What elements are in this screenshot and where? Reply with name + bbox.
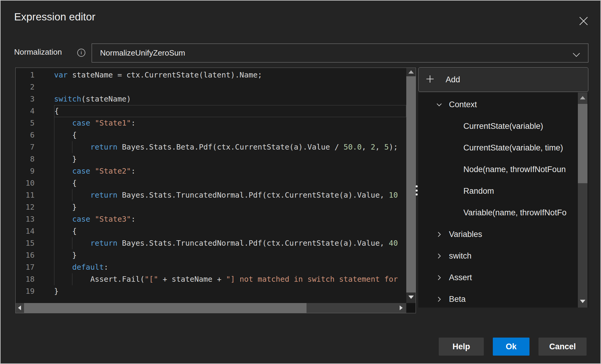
expression-editor-dialog: Expression editor Normalization i Normal… bbox=[0, 0, 601, 364]
line-number: 19 bbox=[16, 285, 50, 297]
tree-item[interactable]: CurrentState(variable) bbox=[418, 115, 578, 137]
page-title: Expression editor bbox=[14, 11, 95, 23]
chevron-right-icon[interactable] bbox=[435, 274, 443, 282]
tree-item-label: CurrentState(variable, time) bbox=[463, 143, 563, 153]
code-line[interactable]: } bbox=[54, 153, 406, 165]
tree-item-label: Assert bbox=[449, 273, 472, 282]
tree-item-label: Variables bbox=[449, 230, 482, 239]
line-number: 15 bbox=[16, 237, 50, 249]
line-number: 17 bbox=[16, 261, 50, 273]
line-number: 5 bbox=[16, 117, 50, 129]
normalization-label: Normalization bbox=[14, 47, 62, 57]
code-line[interactable]: { bbox=[54, 129, 406, 141]
code-line[interactable]: { bbox=[54, 177, 406, 189]
code-editor[interactable]: 12345678910111213141516171819 var stateN… bbox=[15, 68, 416, 313]
line-number: 7 bbox=[16, 141, 50, 153]
code-line[interactable]: switch(stateName) bbox=[54, 93, 406, 105]
code-line[interactable]: return Bayes.Stats.Beta.Pdf(ctx.CurrentS… bbox=[54, 141, 406, 153]
chevron-down-icon[interactable] bbox=[435, 101, 443, 109]
vertical-scrollbar-thumb[interactable] bbox=[406, 76, 416, 293]
ok-button-label: Ok bbox=[506, 342, 517, 351]
code-line[interactable]: return Bayes.Stats.TruncatedNormal.Pdf(c… bbox=[54, 237, 406, 249]
code-line[interactable]: case "State3": bbox=[54, 213, 406, 225]
tree-item[interactable]: Variable(name, throwIfNotFo bbox=[418, 202, 578, 223]
code-line[interactable]: return Bayes.Stats.TruncatedNormal.Pdf(c… bbox=[54, 189, 406, 201]
line-number: 4 bbox=[16, 105, 50, 117]
function-tree-panel: ContextCurrentState(variable)CurrentStat… bbox=[418, 93, 588, 308]
help-button[interactable]: Help bbox=[439, 338, 484, 356]
tree-item[interactable]: Random bbox=[418, 180, 578, 202]
code-line[interactable]: var stateName = ctx.CurrentState(latent)… bbox=[54, 69, 406, 81]
line-number: 16 bbox=[16, 249, 50, 261]
normalization-dropdown[interactable]: NormalizeUnifyZeroSum bbox=[92, 44, 588, 62]
line-number: 2 bbox=[16, 81, 50, 93]
scroll-left-icon[interactable] bbox=[18, 305, 21, 310]
code-line[interactable]: default: bbox=[54, 261, 406, 273]
code-line[interactable]: { bbox=[54, 105, 406, 117]
line-number: 3 bbox=[16, 93, 50, 105]
add-button-label: Add bbox=[446, 75, 460, 84]
code-line[interactable]: case "State1": bbox=[54, 117, 406, 129]
tree-rows: ContextCurrentState(variable)CurrentStat… bbox=[418, 94, 578, 308]
cancel-button-label: Cancel bbox=[549, 342, 576, 351]
tree-item-label: switch bbox=[449, 251, 471, 261]
code-line[interactable]: } bbox=[54, 201, 406, 213]
code-line[interactable]: } bbox=[54, 249, 406, 261]
editor-horizontal-scrollbar[interactable] bbox=[16, 303, 406, 313]
help-button-label: Help bbox=[453, 342, 470, 351]
info-icon[interactable]: i bbox=[77, 49, 85, 57]
tree-group[interactable]: Beta bbox=[418, 288, 578, 308]
close-button[interactable] bbox=[576, 14, 591, 29]
line-number: 9 bbox=[16, 165, 50, 177]
tree-item-label: Random bbox=[463, 187, 494, 196]
tree-item[interactable]: CurrentState(variable, time) bbox=[418, 137, 578, 159]
line-number: 8 bbox=[16, 153, 50, 165]
close-icon bbox=[578, 16, 589, 28]
dropdown-value: NormalizeUnifyZeroSum bbox=[100, 48, 185, 58]
line-number: 1 bbox=[16, 69, 50, 81]
code-line[interactable]: case "State2": bbox=[54, 165, 406, 177]
tree-item-label: Node(name, throwIfNotFoun bbox=[463, 165, 566, 174]
tree-group[interactable]: switch bbox=[418, 245, 578, 267]
code-lines[interactable]: var stateName = ctx.CurrentState(latent)… bbox=[50, 68, 406, 303]
tree-group[interactable]: Context bbox=[418, 94, 578, 115]
add-button[interactable]: Add bbox=[418, 67, 588, 92]
chevron-right-icon[interactable] bbox=[435, 295, 443, 303]
plus-icon bbox=[426, 75, 434, 84]
tree-vertical-scrollbar[interactable] bbox=[578, 93, 587, 308]
tree-item-label: CurrentState(variable) bbox=[463, 122, 543, 131]
scroll-up-icon[interactable] bbox=[408, 70, 414, 74]
chevron-down-icon bbox=[572, 50, 580, 60]
line-numbers: 12345678910111213141516171819 bbox=[16, 68, 50, 303]
line-number: 11 bbox=[16, 189, 50, 201]
line-number: 18 bbox=[16, 273, 50, 285]
code-line[interactable]: Assert.Fail("[" + stateName + "] not mat… bbox=[54, 273, 406, 285]
chevron-right-icon[interactable] bbox=[435, 252, 443, 260]
code-line[interactable]: { bbox=[54, 225, 406, 237]
scroll-up-icon[interactable] bbox=[580, 96, 585, 99]
scroll-down-icon[interactable] bbox=[580, 300, 585, 303]
tree-item-label: Beta bbox=[449, 295, 466, 304]
tree-scrollbar-thumb[interactable] bbox=[578, 104, 587, 183]
horizontal-scrollbar-thumb[interactable] bbox=[24, 303, 307, 313]
line-number: 12 bbox=[16, 201, 50, 213]
tree-item-label: Variable(name, throwIfNotFo bbox=[463, 208, 566, 217]
scroll-right-icon[interactable] bbox=[400, 305, 403, 310]
tree-item-label: Context bbox=[449, 100, 477, 109]
ok-button[interactable]: Ok bbox=[493, 338, 529, 356]
line-number: 13 bbox=[16, 213, 50, 225]
scrollbar-corner bbox=[406, 303, 416, 313]
code-line[interactable]: } bbox=[54, 285, 406, 297]
tree-group[interactable]: Variables bbox=[418, 223, 578, 245]
line-number: 6 bbox=[16, 129, 50, 141]
cancel-button[interactable]: Cancel bbox=[538, 338, 587, 356]
scroll-down-icon[interactable] bbox=[408, 296, 414, 299]
line-number: 10 bbox=[16, 177, 50, 189]
chevron-right-icon[interactable] bbox=[435, 230, 443, 238]
code-line[interactable] bbox=[54, 81, 406, 93]
splitter-gripper-icon[interactable] bbox=[414, 185, 419, 196]
tree-item[interactable]: Node(name, throwIfNotFoun bbox=[418, 159, 578, 180]
tree-group[interactable]: Assert bbox=[418, 267, 578, 288]
line-number: 14 bbox=[16, 225, 50, 237]
